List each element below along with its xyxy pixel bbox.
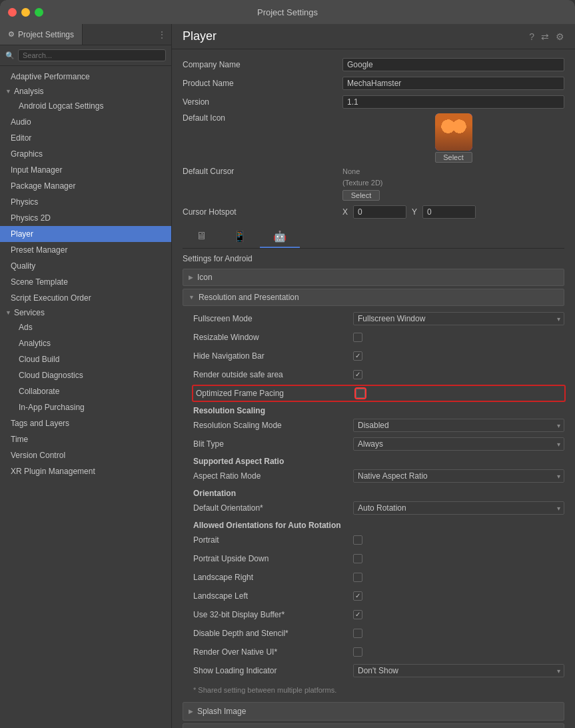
cursor-hotspot-value: X Y — [342, 205, 564, 219]
close-button[interactable] — [8, 8, 17, 17]
main-window: Project Settings ⚙ Project Settings ⋮ 🔍 … — [0, 0, 575, 728]
sidebar-item-physics[interactable]: Physics — [0, 194, 171, 210]
other-settings-section[interactable]: ▶ Other Settings — [183, 723, 564, 728]
sidebar-more-button[interactable]: ⋮ — [153, 24, 171, 45]
cursor-select-button[interactable]: Select — [342, 190, 380, 201]
aspect-ratio-select[interactable]: Native Aspect Ratio Custom — [353, 469, 564, 483]
search-input[interactable] — [18, 49, 166, 61]
sidebar-item-collaborate[interactable]: Collaborate — [0, 383, 171, 399]
portrait-checkbox[interactable] — [353, 535, 362, 545]
render-outside-safe-checkbox[interactable] — [353, 370, 362, 379]
version-label: Version — [183, 97, 342, 107]
use-32bit-row: Use 32-bit Display Buffer* — [193, 607, 564, 622]
sidebar-item-editor[interactable]: Editor — [0, 130, 171, 146]
minimize-button[interactable] — [21, 8, 30, 17]
portrait-label: Portrait — [193, 535, 353, 545]
portrait-upside-down-row: Portrait Upside Down — [193, 551, 564, 566]
sidebar: ⚙ Project Settings ⋮ 🔍 Adaptive Performa… — [0, 24, 172, 728]
sidebar-item-graphics[interactable]: Graphics — [0, 146, 171, 162]
blit-type-label: Blit Type — [193, 439, 353, 449]
use-32bit-label: Use 32-bit Display Buffer* — [193, 610, 353, 619]
aspect-ratio-mode-label: Aspect Ratio Mode — [193, 471, 353, 481]
sidebar-item-tags-layers[interactable]: Tags and Layers — [0, 415, 171, 431]
render-over-native-checkbox[interactable] — [353, 647, 362, 657]
gear-icon: ⚙ — [8, 30, 15, 39]
platform-tab-mobile[interactable]: 📱 — [220, 226, 260, 248]
resolution-section-header[interactable]: ▼ Resolution and Presentation — [183, 289, 564, 306]
platform-tab-monitor[interactable]: 🖥 — [183, 226, 220, 248]
sidebar-item-script-execution[interactable]: Script Execution Order — [0, 290, 171, 306]
sidebar-item-quality[interactable]: Quality — [0, 258, 171, 274]
allowed-orientations-label: Allowed Orientations for Auto Rotation — [193, 521, 564, 530]
sidebar-item-time[interactable]: Time — [0, 431, 171, 447]
default-icon-row: Default Icon Select — [183, 113, 564, 163]
sidebar-item-physics-2d[interactable]: Physics 2D — [0, 210, 171, 226]
hide-nav-bar-checkbox[interactable] — [353, 351, 362, 361]
icon-section-header[interactable]: ▶ Icon — [183, 269, 564, 286]
sidebar-item-scene-template[interactable]: Scene Template — [0, 274, 171, 290]
sidebar-item-cloud-diagnostics[interactable]: Cloud Diagnostics — [0, 367, 171, 383]
cursor-x-input[interactable] — [353, 205, 406, 219]
icon-select-button[interactable]: Select — [435, 152, 472, 163]
sidebar-item-analysis[interactable]: ▼ Analysis — [0, 85, 171, 98]
orientation-label: Orientation — [193, 489, 564, 498]
fullscreen-mode-select[interactable]: Fullscreen Window Windowed Maximized Win… — [353, 312, 564, 325]
icon-section-label: Icon — [197, 273, 213, 282]
sidebar-item-services[interactable]: ▼ Services — [0, 306, 171, 319]
sidebar-item-audio[interactable]: Audio — [0, 114, 171, 130]
default-orientation-select[interactable]: Auto Rotation Portrait Portrait Upside D… — [353, 501, 564, 515]
settings-icon[interactable]: ⚙ — [556, 31, 564, 42]
product-name-row: Product Name — [183, 76, 564, 91]
maximize-button[interactable] — [35, 8, 43, 17]
portrait-upside-down-checkbox[interactable] — [353, 554, 362, 563]
sidebar-item-input-manager[interactable]: Input Manager — [0, 162, 171, 178]
resolution-section-label: Resolution and Presentation — [199, 293, 299, 302]
right-panel: Player ? ⇄ ⚙ Company Name Product Nam — [172, 24, 575, 728]
arrow-icon: ▼ — [5, 88, 11, 95]
blit-type-select-wrapper: Always Never Auto — [353, 437, 564, 451]
splash-image-section[interactable]: ▶ Splash Image — [183, 702, 564, 721]
arrow-icon: ▶ — [189, 274, 193, 281]
layout-icon[interactable]: ⇄ — [541, 31, 549, 42]
sidebar-item-version-control[interactable]: Version Control — [0, 447, 171, 463]
blit-type-select[interactable]: Always Never Auto — [353, 437, 564, 451]
sidebar-item-preset-manager[interactable]: Preset Manager — [0, 242, 171, 258]
disable-depth-row: Disable Depth and Stencil* — [193, 626, 564, 641]
optimized-frame-pacing-row: Optimized Frame Pacing — [193, 386, 564, 401]
sidebar-item-android-logcat[interactable]: Android Logcat Settings — [0, 98, 171, 114]
hide-nav-bar-row: Hide Navigation Bar — [193, 349, 564, 363]
resolution-section-content: Fullscreen Mode Fullscreen Window Window… — [183, 309, 564, 702]
landscape-left-checkbox[interactable] — [353, 591, 362, 601]
help-icon[interactable]: ? — [529, 31, 534, 42]
sidebar-item-adaptive[interactable]: Adaptive Performance — [0, 69, 171, 85]
sidebar-item-analytics[interactable]: Analytics — [0, 335, 171, 351]
sidebar-item-player[interactable]: Player — [0, 226, 171, 242]
sidebar-item-package-manager[interactable]: Package Manager — [0, 178, 171, 194]
resizable-window-checkbox[interactable] — [353, 333, 362, 342]
resolution-scaling-select[interactable]: Disabled Fixed DPI — [353, 419, 564, 432]
version-input[interactable] — [342, 95, 564, 109]
optimized-frame-pacing-checkbox[interactable] — [356, 389, 365, 398]
show-loading-select[interactable]: Don't Show Manual — [353, 664, 564, 677]
fullscreen-mode-select-wrapper: Fullscreen Window Windowed Maximized Win… — [353, 312, 564, 325]
window-title: Project Settings — [257, 7, 318, 17]
disable-depth-checkbox[interactable] — [353, 629, 362, 638]
product-name-input[interactable] — [342, 77, 564, 90]
sidebar-item-ads[interactable]: Ads — [0, 319, 171, 335]
sidebar-item-cloud-build[interactable]: Cloud Build — [0, 351, 171, 367]
platform-tab-android[interactable]: 🤖 — [260, 226, 300, 248]
portrait-row: Portrait — [193, 533, 564, 547]
default-cursor-area: None (Texture 2D) Select — [342, 167, 564, 201]
use-32bit-checkbox[interactable] — [353, 610, 362, 619]
sidebar-item-xr-plugin[interactable]: XR Plugin Management — [0, 463, 171, 479]
optimized-frame-pacing-label: Optimized Frame Pacing — [196, 389, 356, 398]
company-name-input[interactable] — [342, 58, 564, 71]
resizable-window-row: Resizable Window — [193, 330, 564, 345]
sidebar-item-in-app-purchasing[interactable]: In-App Purchasing — [0, 399, 171, 415]
project-settings-tab[interactable]: ⚙ Project Settings — [0, 24, 83, 45]
resizable-window-label: Resizable Window — [193, 333, 353, 342]
landscape-right-checkbox[interactable] — [353, 573, 362, 582]
resolution-scaling-label: Resolution Scaling — [193, 406, 564, 415]
render-outside-safe-row: Render outside safe area — [193, 367, 564, 382]
cursor-y-input[interactable] — [422, 205, 476, 219]
